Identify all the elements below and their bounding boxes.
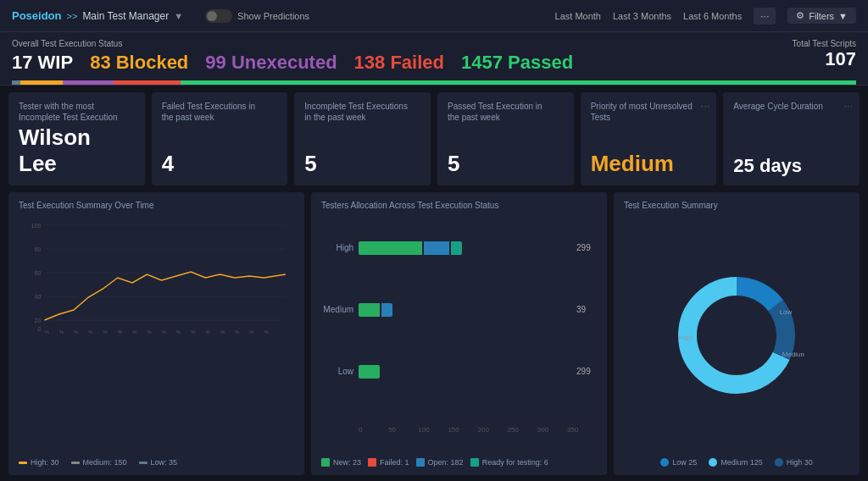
progress-segment-passed — [181, 80, 856, 85]
progress-segment-wip — [12, 80, 20, 85]
time-filter-last-6-months[interactable]: Last 6 Months — [683, 11, 742, 21]
svg-text:%: % — [205, 329, 210, 334]
filters-arrow: ▼ — [838, 11, 848, 21]
bar-legend-ready-label: Ready for testing: 6 — [482, 458, 548, 467]
bar-track-low — [359, 365, 571, 379]
bar-legend-ready-dot — [470, 458, 479, 467]
donut-chart-title: Test Execution Summary — [624, 201, 849, 210]
header: Poseidon >> Main Test Manager ▼ Show Pre… — [0, 0, 868, 32]
time-filter-last-3-months[interactable]: Last 3 Months — [613, 11, 671, 21]
bar-seg-med-2 — [381, 303, 392, 317]
svg-text:%: % — [176, 329, 181, 334]
show-predictions-label: Show Predictions — [237, 11, 309, 21]
svg-text:%: % — [147, 329, 152, 334]
svg-text:%: % — [132, 329, 137, 334]
bar-row-medium: Medium 39 — [321, 301, 597, 319]
kpi-card-5: Average Cycle Duration25 days··· — [723, 92, 860, 185]
header-more-button[interactable]: ··· — [754, 8, 776, 25]
kpi-more-btn-4[interactable]: ··· — [701, 99, 710, 112]
bar-label-low: Low — [321, 367, 353, 376]
svg-text:Low: Low — [780, 308, 793, 316]
bar-legend-ready: Ready for testing: 6 — [470, 458, 548, 467]
show-predictions-toggle[interactable] — [205, 9, 232, 23]
kpi-card-0: Tester with the most Incomplete Test Exe… — [8, 92, 145, 185]
total-scripts-label: Total Test Scripts — [793, 39, 856, 48]
donut-legend-medium: Medium 125 — [709, 458, 763, 467]
progress-bar — [12, 80, 856, 85]
progress-segment-unexecuted — [63, 80, 114, 85]
donut-legend-high-dot — [775, 458, 783, 467]
header-left: Poseidon >> Main Test Manager ▼ Show Pre… — [12, 9, 555, 23]
donut-legend-high: High 30 — [775, 458, 813, 467]
status-top: Overall Test Execution Status 17 WIP 83 … — [12, 39, 856, 74]
bar-legend-failed-dot — [368, 458, 376, 467]
svg-text:%: % — [103, 329, 108, 334]
header-right: Last Month Last 3 Months Last 6 Months ·… — [555, 8, 856, 25]
line-chart-area: 100 80 60 40 20 0 % % % % % % % % — [19, 217, 294, 455]
toggle-knob — [207, 11, 217, 21]
donut-legend-high-label: High 30 — [787, 458, 813, 467]
filter-icon: ⚙ — [796, 10, 804, 21]
overall-status-label: Overall Test Execution Status — [12, 39, 573, 48]
bar-row-low: Low 299 — [321, 362, 597, 381]
kpi-card-title-0: Tester with the most Incomplete Test Exe… — [19, 101, 123, 123]
bar-seg-low-1 — [359, 365, 380, 379]
x-tick-0: 0 — [359, 426, 388, 434]
bar-seg-high-1 — [359, 241, 422, 255]
x-tick-50: 50 — [388, 426, 418, 434]
x-tick-350: 350 — [567, 426, 597, 434]
unexecuted-count: 99 Unexecuted — [205, 52, 337, 74]
blocked-count: 83 Blocked — [90, 52, 188, 74]
bar-row-high: High 299 — [321, 239, 597, 257]
bar-legend-open-label: Open: 182 — [428, 458, 464, 467]
donut-svg: Low High Medium — [669, 268, 804, 403]
kpi-card-2: Incomplete Test Executions in the past w… — [294, 92, 431, 185]
kpi-row: Tester with the most Incomplete Test Exe… — [8, 92, 860, 185]
svg-text:%: % — [220, 329, 225, 334]
bar-legend-failed-label: Failed: 1 — [380, 458, 409, 467]
svg-text:%: % — [74, 329, 79, 334]
kpi-card-4: Priority of most Unresolved TestsMedium·… — [581, 92, 717, 185]
legend-high-dot — [19, 462, 27, 464]
kpi-card-value-1: 4 — [162, 151, 278, 177]
x-tick-200: 200 — [478, 426, 508, 434]
kpi-card-value-3: 5 — [448, 151, 564, 177]
bar-x-axis: 0 50 100 150 200 250 300 350 — [359, 426, 597, 434]
x-tick-300: 300 — [537, 426, 567, 434]
bar-seg-high-3 — [451, 241, 462, 255]
legend-medium: Medium: 150 — [71, 458, 127, 467]
legend-high-label: High: 30 — [31, 458, 59, 467]
status-counts: 17 WIP 83 Blocked 99 Unexecuted 138 Fail… — [12, 52, 573, 74]
total-scripts: Total Test Scripts 107 — [793, 39, 856, 70]
kpi-card-title-2: Incomplete Test Executions in the past w… — [304, 101, 409, 123]
kpi-card-value-4: Medium — [591, 151, 707, 177]
breadcrumb-arrow[interactable]: ▼ — [174, 11, 183, 21]
svg-text:60: 60 — [35, 270, 42, 276]
svg-text:%: % — [59, 329, 64, 334]
svg-text:%: % — [118, 329, 123, 334]
progress-segment-blocked — [20, 80, 63, 85]
filters-button[interactable]: ⚙ Filters ▼ — [787, 8, 856, 24]
bar-legend-open: Open: 182 — [416, 458, 464, 467]
kpi-card-value-0: Wilson Lee — [19, 124, 135, 177]
failed-count: 138 Failed — [354, 52, 444, 74]
kpi-more-btn-5[interactable]: ··· — [843, 99, 853, 112]
line-chart-legend: High: 30 Medium: 150 Low: 35 — [19, 458, 294, 467]
bar-legend-open-dot — [416, 458, 425, 467]
kpi-card-3: Passed Test Execution in the past week5 — [437, 92, 574, 185]
svg-text:High: High — [679, 334, 693, 341]
breadcrumb-sep: >> — [67, 11, 78, 21]
filters-label: Filters — [809, 11, 834, 21]
total-scripts-value: 107 — [793, 48, 856, 70]
legend-medium-label: Medium: 150 — [83, 458, 127, 467]
donut-legend-low-dot — [660, 458, 669, 467]
svg-text:%: % — [44, 329, 49, 334]
bar-legend-failed: Failed: 1 — [368, 458, 409, 467]
time-filter-last-month[interactable]: Last Month — [555, 11, 601, 21]
bar-seg-high-2 — [424, 241, 449, 255]
bar-legend-new-dot — [321, 458, 330, 467]
x-tick-100: 100 — [418, 426, 448, 434]
kpi-card-title-1: Failed Test Executions in the past week — [162, 101, 266, 123]
bar-chart-legend: New: 23 Failed: 1 Open: 182 Ready for te… — [321, 458, 597, 467]
line-chart-svg: 100 80 60 40 20 0 % % % % % % % % — [19, 217, 294, 335]
